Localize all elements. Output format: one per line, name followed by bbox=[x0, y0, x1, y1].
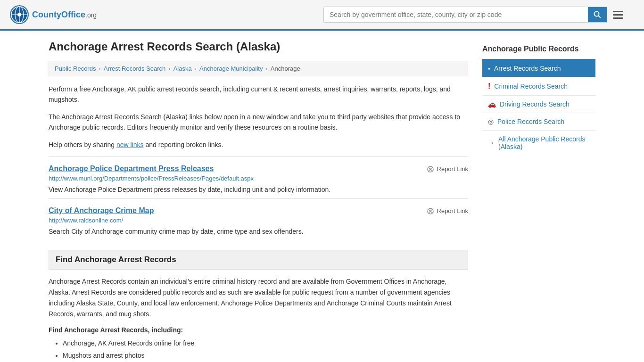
section-body: Anchorage Arrest Records contain an indi… bbox=[49, 276, 468, 320]
report-link-icon-1 bbox=[427, 207, 434, 215]
sidebar-label-driving: Driving Records Search bbox=[500, 100, 570, 108]
description-3: Help others by sharing new links and rep… bbox=[49, 140, 468, 150]
link-url-0[interactable]: http://www.muni.org/Departments/police/P… bbox=[49, 175, 468, 182]
new-links-link[interactable]: new links bbox=[116, 141, 144, 148]
sidebar-label-arrest: Arrest Records Search bbox=[494, 65, 561, 72]
link-entry-0: Anchorage Police Department Press Releas… bbox=[49, 156, 468, 198]
sidebar-label-criminal: Criminal Records Search bbox=[494, 82, 568, 90]
link-desc-1: Search City of Anchorage community crime… bbox=[49, 227, 468, 237]
sidebar-item-criminal-records[interactable]: ! Criminal Records Search bbox=[482, 77, 595, 96]
sidebar-all-records[interactable]: → All Anchorage Public Records (Alaska) bbox=[482, 131, 595, 155]
main-wrapper: Anchorage Arrest Records Search (Alaska)… bbox=[39, 31, 605, 362]
list-item: Mugshots and arrest photos bbox=[63, 350, 468, 362]
breadcrumb-arrest-records-search[interactable]: Arrest Records Search bbox=[104, 65, 166, 72]
report-link-icon-0 bbox=[427, 165, 434, 173]
list-item: Anchorage, AK Arrest Records online for … bbox=[63, 337, 468, 349]
link-desc-0: View Anchorage Police Department press r… bbox=[49, 185, 468, 195]
breadcrumb-alaska[interactable]: Alaska bbox=[173, 65, 192, 72]
search-input-wrapper bbox=[323, 7, 607, 23]
link-title-0[interactable]: Anchorage Police Department Press Releas… bbox=[49, 165, 214, 173]
sidebar-item-driving-records[interactable]: 🚗 Driving Records Search bbox=[482, 96, 595, 113]
content-area: Anchorage Arrest Records Search (Alaska)… bbox=[49, 40, 468, 362]
all-records-link[interactable]: All Anchorage Public Records (Alaska) bbox=[498, 135, 590, 150]
sidebar-icon-arrest: ▪ bbox=[488, 65, 490, 72]
report-link-button-0[interactable]: Report Link bbox=[427, 165, 468, 173]
breadcrumb-public-records[interactable]: Public Records bbox=[55, 65, 96, 72]
sidebar-icon-police: ◎ bbox=[488, 118, 494, 125]
link-title-1[interactable]: City of Anchorage Crime Map bbox=[49, 206, 154, 215]
page-title: Anchorage Arrest Records Search (Alaska) bbox=[49, 40, 468, 53]
search-icon bbox=[594, 11, 601, 18]
search-area bbox=[323, 7, 625, 23]
logo-area: CountyOffice.org bbox=[9, 5, 97, 25]
section-heading: Find Anchorage Arrest Records bbox=[49, 250, 468, 270]
search-button[interactable] bbox=[588, 7, 607, 22]
sidebar-item-arrest-records[interactable]: ▪ Arrest Records Search bbox=[482, 60, 595, 77]
logo-text[interactable]: CountyOffice.org bbox=[32, 10, 97, 20]
link-url-1[interactable]: http://www.raidsonline.com/ bbox=[49, 217, 468, 224]
description-1: Perform a free Anchorage, AK public arre… bbox=[49, 84, 468, 105]
link-entry-1: City of Anchorage Crime Map Report Link … bbox=[49, 198, 468, 240]
svg-line-8 bbox=[599, 16, 601, 18]
menu-button[interactable] bbox=[611, 9, 625, 21]
header: CountyOffice.org bbox=[0, 0, 644, 31]
arrow-icon: → bbox=[488, 139, 495, 147]
sidebar: Anchorage Public Records ▪ Arrest Record… bbox=[482, 40, 595, 362]
sidebar-icon-criminal: ! bbox=[488, 82, 490, 90]
sidebar-item-police-records[interactable]: ◎ Police Records Search bbox=[482, 113, 595, 131]
breadcrumb-anchorage-municipality[interactable]: Anchorage Municipality bbox=[199, 65, 263, 72]
sidebar-label-police: Police Records Search bbox=[497, 118, 564, 125]
breadcrumb: Public Records › Arrest Records Search ›… bbox=[49, 61, 468, 76]
sidebar-icon-driving: 🚗 bbox=[488, 100, 496, 108]
svg-point-6 bbox=[17, 13, 21, 16]
sidebar-title: Anchorage Public Records bbox=[482, 40, 595, 60]
report-link-button-1[interactable]: Report Link bbox=[427, 206, 468, 215]
bullet-list: Anchorage, AK Arrest Records online for … bbox=[63, 337, 468, 362]
logo-icon bbox=[9, 5, 29, 25]
search-input[interactable] bbox=[324, 7, 588, 22]
description-2: The Anchorage Arrest Records Search (Ala… bbox=[49, 112, 468, 133]
section-list-heading: Find Anchorage Arrest Records, including… bbox=[49, 326, 468, 334]
breadcrumb-current: Anchorage bbox=[271, 65, 300, 72]
